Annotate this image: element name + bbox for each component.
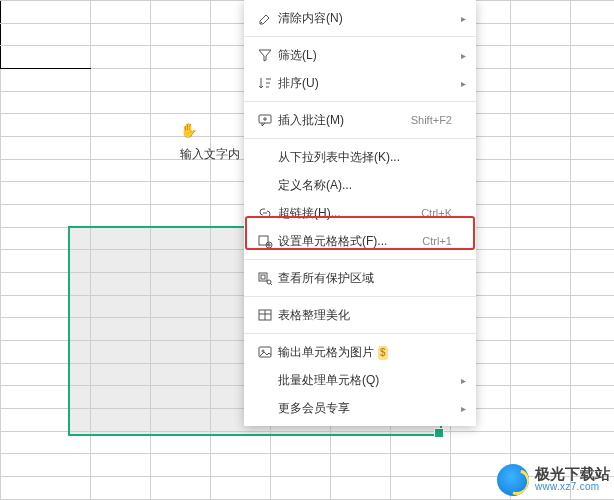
menu-label: 清除内容(N) — [276, 10, 458, 27]
chevron-right-icon: ▸ — [458, 78, 466, 89]
menu-separator — [244, 101, 476, 102]
menu-label: 表格整理美化 — [276, 307, 458, 324]
menu-view-protected[interactable]: 查看所有保护区域 — [244, 264, 476, 292]
menu-label: 设置单元格格式(F)... — [276, 233, 422, 250]
menu-filter[interactable]: 筛选(L) ▸ — [244, 41, 476, 69]
menu-separator — [244, 36, 476, 37]
chevron-right-icon: ▸ — [458, 13, 466, 24]
menu-label: 查看所有保护区域 — [276, 270, 458, 287]
watermark-logo-icon — [497, 464, 529, 496]
menu-label: 输出单元格为图片$ — [276, 344, 458, 361]
menu-shortcut: Ctrl+1 — [422, 235, 452, 247]
menu-separator — [244, 259, 476, 260]
menu-pick-from-dropdown[interactable]: 从下拉列表中选择(K)... — [244, 143, 476, 171]
menu-shortcut: Shift+F2 — [411, 114, 452, 126]
watermark-url: www.xz7.com — [535, 480, 610, 493]
menu-batch-process[interactable]: 批量处理单元格(Q) ▸ — [244, 366, 476, 394]
chevron-right-icon: ▸ — [458, 50, 466, 61]
menu-separator — [244, 138, 476, 139]
menu-label: 排序(U) — [276, 75, 458, 92]
menu-insert-comment[interactable]: 插入批注(M) Shift+F2 — [244, 106, 476, 134]
vip-badge: $ — [378, 346, 388, 360]
menu-clear-contents[interactable]: 清除内容(N) ▸ — [244, 4, 476, 32]
watermark-title: 极光下载站 — [535, 467, 610, 480]
menu-export-image[interactable]: 输出单元格为图片$ — [244, 338, 476, 366]
format-cells-icon — [254, 233, 276, 249]
comment-icon — [254, 112, 276, 128]
chevron-right-icon: ▸ — [458, 375, 466, 386]
menu-shortcut: Ctrl+K — [421, 207, 452, 219]
menu-label: 更多会员专享 — [276, 400, 458, 417]
menu-label: 定义名称(A)... — [276, 177, 458, 194]
sort-icon — [254, 75, 276, 91]
menu-sort[interactable]: 排序(U) ▸ — [244, 69, 476, 97]
svg-point-5 — [267, 280, 271, 284]
menu-define-name[interactable]: 定义名称(A)... — [244, 171, 476, 199]
context-menu: 清除内容(N) ▸ 筛选(L) ▸ 排序(U) ▸ 插入批注(M) Shift+… — [244, 0, 476, 426]
image-icon — [254, 344, 276, 360]
protect-icon — [254, 270, 276, 286]
menu-separator — [244, 296, 476, 297]
link-icon — [254, 205, 276, 221]
svg-rect-3 — [259, 273, 267, 281]
menu-label: 筛选(L) — [276, 47, 458, 64]
menu-label: 从下拉列表中选择(K)... — [276, 149, 458, 166]
watermark: 极光下载站 www.xz7.com — [497, 464, 610, 496]
chevron-right-icon: ▸ — [458, 403, 466, 414]
filter-icon — [254, 47, 276, 63]
menu-more-vip[interactable]: 更多会员专享 ▸ — [244, 394, 476, 422]
menu-label: 超链接(H)... — [276, 205, 421, 222]
menu-label: 插入批注(M) — [276, 112, 411, 129]
table-icon — [254, 307, 276, 323]
menu-table-beautify[interactable]: 表格整理美化 — [244, 301, 476, 329]
menu-label: 批量处理单元格(Q) — [276, 372, 458, 389]
menu-separator — [244, 333, 476, 334]
menu-format-cells[interactable]: 设置单元格格式(F)... Ctrl+1 — [244, 227, 476, 255]
svg-rect-4 — [261, 275, 265, 279]
eraser-icon — [254, 10, 276, 26]
menu-hyperlink[interactable]: 超链接(H)... Ctrl+K — [244, 199, 476, 227]
